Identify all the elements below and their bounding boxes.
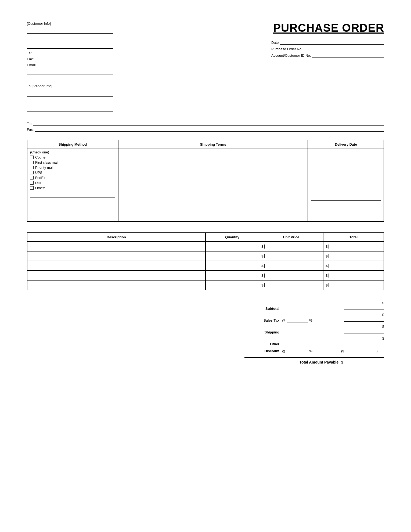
item-description-0[interactable] [27, 242, 206, 251]
shipping-method-header: Shipping Method [27, 140, 118, 149]
item-description-4[interactable] [27, 280, 206, 290]
customer-line-2[interactable] [27, 35, 113, 41]
vendor-tel-input[interactable] [33, 121, 384, 126]
subtotal-amount: $ [341, 301, 384, 311]
item-quantity-2[interactable] [206, 261, 259, 271]
ups-row[interactable]: UPS [30, 171, 115, 175]
term-line-1[interactable] [121, 150, 305, 156]
other-checkbox[interactable] [30, 186, 34, 190]
sales-tax-amount: $ [341, 313, 384, 322]
sales-tax-middle: @ % [282, 318, 341, 322]
item-quantity-0[interactable] [206, 242, 259, 251]
items-table: Description Quantity Unit Price Total $ … [27, 232, 384, 290]
account-input[interactable] [312, 53, 384, 57]
email-input[interactable] [38, 62, 188, 67]
other-input[interactable] [344, 340, 384, 345]
priority-mail-row[interactable]: Priority mail [30, 166, 115, 170]
discount-label: Discount [244, 349, 279, 353]
total-payable-input[interactable] [343, 360, 383, 364]
customer-extra-line[interactable] [27, 69, 113, 74]
customer-line-1[interactable] [27, 28, 113, 34]
priority-mail-checkbox[interactable] [30, 166, 34, 169]
sales-tax-input[interactable] [344, 317, 384, 322]
unit-price-dollar-0: $ [261, 245, 265, 249]
term-line-2[interactable] [121, 157, 305, 163]
email-row: Email: [27, 62, 188, 67]
item-quantity-4[interactable] [206, 280, 259, 290]
total-payable-label: Total Amount Payable [244, 360, 338, 364]
item-description-3[interactable] [27, 271, 206, 280]
term-line-5[interactable] [121, 178, 305, 184]
delivery-line-3[interactable] [311, 207, 381, 213]
term-line-4[interactable] [121, 171, 305, 177]
po-no-input[interactable] [304, 46, 384, 51]
item-unit-price-1[interactable]: $ [259, 251, 323, 261]
courier-row[interactable]: Courier [30, 155, 115, 159]
vendor-line-2[interactable] [27, 98, 113, 104]
term-line-9[interactable] [121, 206, 305, 212]
shipping-label: Shipping [244, 330, 279, 334]
item-total-2[interactable]: $ [323, 261, 384, 271]
item-unit-price-3[interactable]: $ [259, 271, 323, 280]
subtotal-input[interactable] [344, 305, 384, 310]
customer-line-3[interactable] [27, 43, 113, 49]
item-unit-price-0[interactable]: $ [259, 242, 323, 251]
item-total-1[interactable]: $ [323, 251, 384, 261]
unit-price-dollar-3: $ [261, 274, 265, 278]
item-row-0: $ $ [27, 242, 384, 251]
term-line-10[interactable] [121, 213, 305, 219]
total-dollar-4: $ [326, 283, 329, 287]
fedex-checkbox[interactable] [30, 176, 34, 179]
item-total-0[interactable]: $ [323, 242, 384, 251]
first-class-mail-row[interactable]: First class mail [30, 160, 115, 164]
subtotal-row: Subtotal $ [244, 301, 384, 311]
item-unit-price-4[interactable]: $ [259, 280, 323, 290]
total-payable-amount: $ [341, 360, 384, 364]
quantity-header: Quantity [206, 233, 259, 242]
other-row[interactable]: Other: [30, 186, 115, 190]
item-total-4[interactable]: $ [323, 280, 384, 290]
ups-checkbox[interactable] [30, 171, 34, 174]
tel-input[interactable] [33, 50, 188, 55]
delivery-line-2[interactable] [311, 195, 381, 201]
discount-input[interactable] [344, 348, 377, 353]
item-description-2[interactable] [27, 261, 206, 271]
item-description-1[interactable] [27, 251, 206, 261]
item-quantity-1[interactable] [206, 251, 259, 261]
delivery-line-1[interactable] [311, 182, 381, 188]
account-row: Account/Customer ID No. [271, 53, 384, 57]
vendor-line-4[interactable] [27, 113, 113, 119]
sales-tax-row: Sales Tax @ % $ [244, 313, 384, 322]
fedex-row[interactable]: FedEx [30, 176, 115, 180]
discount-pct-input[interactable] [287, 348, 308, 353]
first-class-checkbox[interactable] [30, 161, 34, 164]
shipping-row: Shipping $ [244, 325, 384, 334]
unit-price-dollar-4: $ [261, 283, 265, 287]
fax-input[interactable] [35, 56, 188, 61]
item-quantity-3[interactable] [206, 271, 259, 280]
term-line-7[interactable] [121, 192, 305, 198]
shipping-table: Shipping Method Shipping Terms Delivery … [27, 140, 384, 222]
vendor-line-1[interactable] [27, 91, 113, 97]
term-line-8[interactable] [121, 199, 305, 205]
dhl-row[interactable]: DHL [30, 181, 115, 185]
vendor-line-3[interactable] [27, 106, 113, 112]
item-unit-price-2[interactable]: $ [259, 261, 323, 271]
sales-tax-pct-input[interactable] [287, 318, 308, 322]
shipping-input[interactable] [344, 329, 384, 333]
vendor-section: To: [Vendor Info] Tel: Fax: [27, 84, 384, 132]
shipping-amount: $ [341, 325, 384, 334]
fax-row: Fax: [27, 56, 188, 61]
item-total-3[interactable]: $ [323, 271, 384, 280]
term-line-3[interactable] [121, 164, 305, 170]
term-line-6[interactable] [121, 185, 305, 191]
item-row-1: $ $ [27, 251, 384, 261]
date-row: Date [271, 40, 384, 45]
vendor-fax-input[interactable] [35, 127, 384, 132]
dhl-checkbox[interactable] [30, 181, 34, 185]
vendor-tel-label: Tel: [27, 122, 32, 126]
date-input[interactable] [280, 40, 384, 45]
other-input-line[interactable] [30, 192, 115, 197]
delivery-date-cell [308, 149, 384, 221]
courier-checkbox[interactable] [30, 156, 34, 159]
